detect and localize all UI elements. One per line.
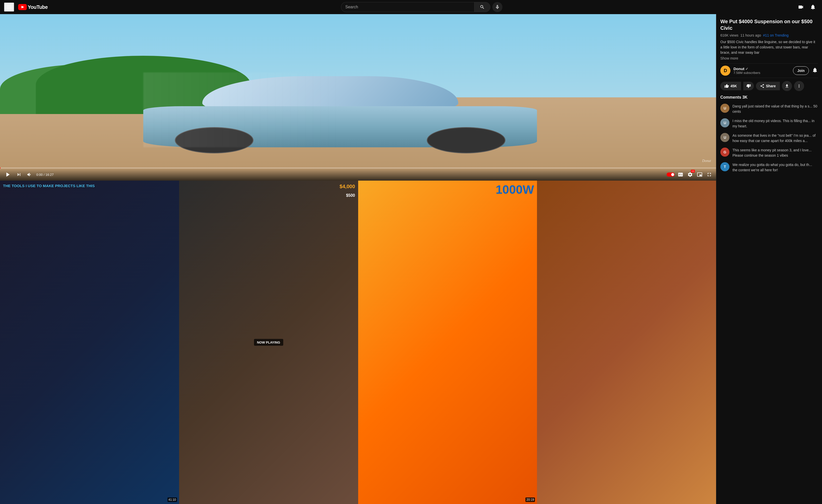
channel-avatar: D: [720, 66, 731, 76]
trending-badge: #11 on Trending: [763, 33, 788, 37]
channel-name: Donut ✓: [734, 67, 790, 71]
comment-3: U As someone that lives in the "rust bel…: [720, 133, 818, 143]
comment-avatar-3: U: [720, 133, 730, 142]
share-icon: [760, 84, 765, 88]
content-area: Donut: [0, 14, 822, 504]
video-thumbnail: Donut: [0, 14, 716, 180]
next-button[interactable]: [15, 171, 23, 178]
thumbnail-4[interactable]: [537, 180, 716, 504]
search-button[interactable]: [474, 2, 490, 12]
motion-blur: [143, 72, 537, 147]
comment-text-3: As someone that lives in the "rust belt"…: [733, 133, 818, 143]
controls-bar: 0:00 / 16:27: [0, 168, 716, 180]
header-right: [796, 2, 818, 12]
play-button[interactable]: [3, 170, 12, 179]
create-button[interactable]: [796, 2, 806, 12]
comment-5: T We realize you gotta do what you gotta…: [720, 162, 818, 173]
channel-info: Donut ✓ 7.58M subscribers: [734, 67, 790, 75]
svg-rect-3: [799, 7, 801, 8]
thumb-duration-1: 41:10: [167, 497, 177, 502]
action-bar: 45K Share: [720, 81, 818, 91]
car-visual: [143, 72, 537, 147]
thumbnail-3[interactable]: 1000W 20:19: [358, 180, 537, 504]
subtitles-button[interactable]: [677, 171, 684, 178]
controls-right: HD: [667, 171, 713, 178]
video-meta: 616K views 11 hours ago #11 on Trending: [720, 33, 818, 37]
search-bar: [341, 2, 502, 12]
settings-icon: [687, 172, 693, 177]
settings-badge-container: HD: [686, 171, 694, 178]
header-left: YouTube: [4, 3, 48, 12]
mic-button[interactable]: [492, 2, 502, 12]
comments-count: Comments 3K: [720, 95, 748, 100]
next-icon: [16, 172, 22, 177]
comment-1: U Dang yall just raised the value of tha…: [720, 104, 818, 114]
comment-avatar-5: T: [720, 162, 730, 171]
thumbnail-1[interactable]: THE TOOLS I USE TO MAKE PROJECTS LIKE TH…: [0, 180, 179, 504]
search-icon: [480, 5, 485, 10]
miniplayer-icon: [697, 172, 703, 177]
autoplay-toggle[interactable]: [667, 172, 675, 176]
notifications-button[interactable]: [808, 2, 818, 12]
comment-4: G This seems like a money pit season 3, …: [720, 147, 818, 158]
mic-icon: [495, 5, 500, 10]
subscribe-bell-button[interactable]: [812, 67, 818, 74]
time-total: 16:27: [45, 173, 54, 176]
thumb-price2: $500: [346, 193, 355, 198]
toggle-knob: [671, 173, 674, 176]
view-count: 616K views: [720, 33, 739, 37]
bell-icon: [810, 4, 816, 10]
dislike-button[interactable]: [743, 82, 754, 90]
toggle-switch[interactable]: [667, 172, 675, 176]
comments-header: Comments 3K: [720, 95, 818, 100]
play-icon: [4, 171, 11, 178]
time-current: 0:00: [36, 173, 43, 176]
search-container: [52, 2, 792, 12]
hamburger-menu-button[interactable]: [4, 3, 14, 12]
video-section: Donut: [0, 14, 716, 504]
thumbs-up-icon: [724, 84, 729, 88]
show-more-button[interactable]: Show more: [720, 56, 818, 60]
youtube-logo-text: YouTube: [28, 4, 48, 10]
time-display: 0:00 / 16:27: [36, 173, 54, 176]
comment-2: U I miss the old money pit videos. This …: [720, 118, 818, 129]
comments-section: Comments 3K U Dang yall just raised the …: [720, 95, 818, 177]
donut-watermark: Donut: [702, 159, 711, 163]
now-playing-badge: NOW PLAYING: [254, 339, 283, 346]
more-icon: [797, 84, 801, 88]
thumbnail-2[interactable]: $4,000 $500 NOW PLAYING: [179, 180, 358, 504]
video-player[interactable]: Donut: [0, 14, 716, 180]
fullscreen-button[interactable]: [706, 171, 713, 178]
header: YouTube: [0, 0, 822, 14]
comment-avatar-4: G: [720, 147, 730, 157]
video-title: We Put $4000 Suspension on our $500 Civi…: [720, 18, 818, 31]
comment-avatar-1: U: [720, 104, 730, 113]
verified-icon: ✓: [745, 67, 748, 71]
info-panel: We Put $4000 Suspension on our $500 Civi…: [716, 14, 822, 504]
subscriber-count: 7.58M subscribers: [734, 71, 790, 75]
download-button[interactable]: [782, 81, 792, 91]
bell-subscribe-icon: [812, 67, 818, 73]
comment-avatar-2: U: [720, 118, 730, 127]
thumb-watt: 1000W: [496, 184, 534, 196]
thumbs-down-icon: [746, 84, 751, 88]
volume-button[interactable]: [26, 171, 33, 178]
like-button[interactable]: 45K: [720, 82, 741, 90]
share-button[interactable]: Share: [756, 82, 780, 90]
volume-icon: [27, 172, 32, 177]
comment-text-2: I miss the old money pit videos. This is…: [733, 118, 818, 129]
miniplayer-button[interactable]: [696, 171, 704, 178]
more-actions-button[interactable]: [794, 81, 804, 91]
join-button[interactable]: Join: [793, 66, 809, 75]
youtube-logo-icon: [18, 4, 27, 10]
download-icon: [785, 84, 789, 88]
comment-text-1: Dang yall just raised the value of that …: [733, 104, 818, 114]
search-input[interactable]: [341, 2, 474, 12]
subtitles-icon: [678, 172, 683, 177]
thumb-duration-3: 20:19: [525, 497, 535, 502]
comment-text-4: This seems like a money pit season 3, an…: [733, 147, 818, 158]
upload-time: 11 hours ago: [741, 33, 761, 37]
youtube-logo[interactable]: YouTube: [18, 4, 48, 10]
thumb-title-1: THE TOOLS I USE TO MAKE PROJECTS LIKE TH…: [3, 184, 176, 188]
thumb-price: $4,000: [340, 184, 355, 189]
